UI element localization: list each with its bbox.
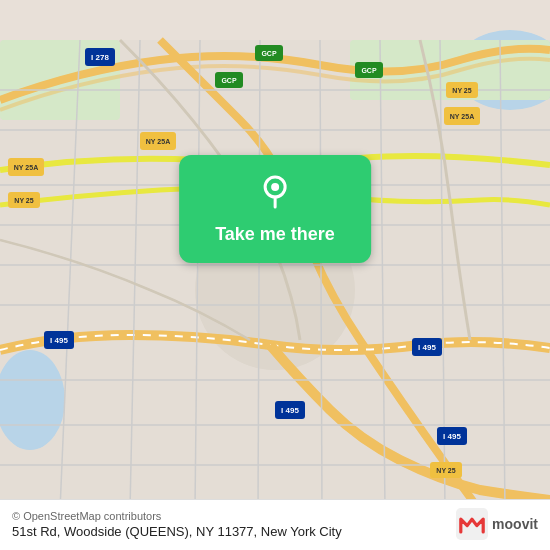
- svg-text:I 495: I 495: [443, 432, 461, 441]
- address-text: 51st Rd, Woodside (QUEENS), NY 11377, Ne…: [12, 524, 342, 539]
- location-pin-icon: [257, 173, 293, 214]
- svg-text:GCP: GCP: [261, 50, 277, 57]
- svg-text:NY 25: NY 25: [436, 467, 455, 474]
- svg-text:I 495: I 495: [418, 343, 436, 352]
- bottom-info-bar: © OpenStreetMap contributors 51st Rd, Wo…: [0, 499, 550, 550]
- svg-text:NY 25: NY 25: [14, 197, 33, 204]
- take-me-there-button[interactable]: Take me there: [179, 155, 371, 263]
- svg-text:NY 25A: NY 25A: [450, 113, 474, 120]
- svg-text:I 278: I 278: [91, 53, 109, 62]
- svg-text:I 495: I 495: [281, 406, 299, 415]
- map-background: I 278 GCP GCP GCP NY 25A NY 25A NY 25A N…: [0, 0, 550, 550]
- svg-text:NY 25: NY 25: [452, 87, 471, 94]
- copyright-text: © OpenStreetMap contributors: [12, 510, 342, 522]
- moovit-logo: moovit: [456, 508, 538, 540]
- svg-text:NY 25A: NY 25A: [146, 138, 170, 145]
- cta-label: Take me there: [215, 224, 335, 245]
- svg-text:GCP: GCP: [221, 77, 237, 84]
- svg-text:GCP: GCP: [361, 67, 377, 74]
- svg-point-52: [271, 183, 279, 191]
- address-section: © OpenStreetMap contributors 51st Rd, Wo…: [12, 510, 342, 539]
- map-container: I 278 GCP GCP GCP NY 25A NY 25A NY 25A N…: [0, 0, 550, 550]
- road-network-svg: I 278 GCP GCP GCP NY 25A NY 25A NY 25A N…: [0, 0, 550, 550]
- svg-text:I 495: I 495: [50, 336, 68, 345]
- svg-text:NY 25A: NY 25A: [14, 164, 38, 171]
- moovit-icon: [456, 508, 488, 540]
- moovit-label: moovit: [492, 516, 538, 532]
